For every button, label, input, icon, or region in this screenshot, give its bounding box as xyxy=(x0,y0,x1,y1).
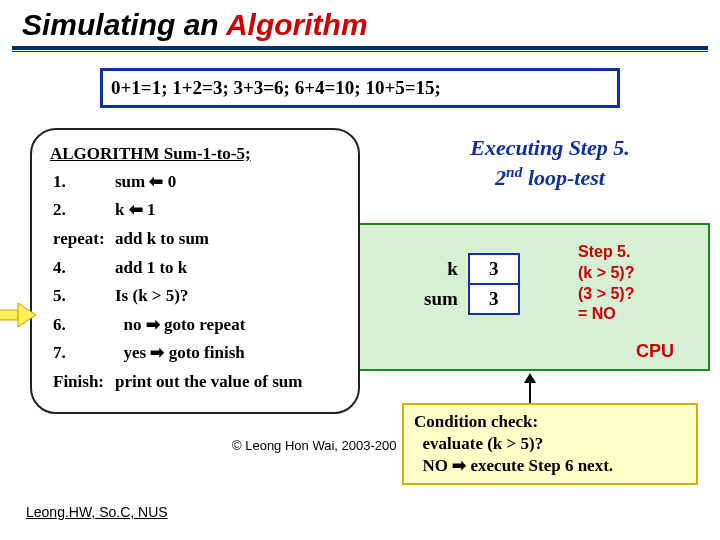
algo-step-text: no ➡ goto repeat xyxy=(114,312,303,339)
copyright-text: © Leong Hon Wai, 2003-200 xyxy=(232,438,396,453)
current-step-pointer-icon xyxy=(0,303,38,327)
cond-l2: evaluate (k > 5)? xyxy=(414,434,543,453)
var-sum-value: 3 xyxy=(469,284,519,314)
step5-l3: (3 > 5)? xyxy=(578,285,634,302)
cpu-label: CPU xyxy=(636,341,674,362)
exec-line2b: nd xyxy=(506,163,522,180)
algo-header: ALGORITHM Sum-1-to-5; xyxy=(50,142,340,167)
variable-table: k 3 sum 3 xyxy=(423,253,520,315)
algo-step-num: 2. xyxy=(52,197,112,224)
algo-step-num: 6. xyxy=(52,312,112,339)
svg-rect-0 xyxy=(0,310,18,320)
algo-step-text: print out the value of sum xyxy=(114,369,303,396)
algorithm-card: ALGORITHM Sum-1-to-5; 1.sum ⬅ 0 2.k ⬅ 1 … xyxy=(30,128,360,414)
algo-step-text: k ⬅ 1 xyxy=(114,197,303,224)
title-text-1: Simulating an xyxy=(22,8,226,41)
algo-step-text: yes ➡ goto finish xyxy=(114,340,303,367)
slide-title: Simulating an Algorithm xyxy=(0,0,720,46)
var-sum-label: sum xyxy=(423,284,469,314)
title-underline xyxy=(12,46,708,52)
exec-line2a: 2 xyxy=(495,165,506,190)
step5-l1: Step 5. xyxy=(578,243,630,260)
algo-step-num: 4. xyxy=(52,255,112,282)
algo-step-num: Finish: xyxy=(52,369,112,396)
algo-step-text: Is (k > 5)? xyxy=(114,283,303,310)
step5-annotation: Step 5. (k > 5)? (3 > 5)? = NO xyxy=(578,242,634,325)
equation-text: 0+1=1; 1+2=3; 3+3=6; 6+4=10; 10+5=15; xyxy=(111,77,441,98)
var-k-label: k xyxy=(423,254,469,284)
algo-step-num: 7. xyxy=(52,340,112,367)
algo-step-text: add k to sum xyxy=(114,226,303,253)
step5-l4: = NO xyxy=(578,305,616,322)
var-k-value: 3 xyxy=(469,254,519,284)
title-text-2: Algorithm xyxy=(226,8,368,41)
footer-text: Leong.HW, So.C, NUS xyxy=(26,504,168,520)
exec-heading: Executing Step 5. 2nd loop-test xyxy=(420,134,680,191)
condition-callout: Condition check: evaluate (k > 5)? NO ➡ … xyxy=(402,403,698,485)
algo-step-num: 1. xyxy=(52,169,112,196)
algo-steps: 1.sum ⬅ 0 2.k ⬅ 1 repeat:add k to sum 4.… xyxy=(50,167,305,398)
svg-marker-3 xyxy=(524,373,536,383)
exec-line1: Executing Step 5. xyxy=(470,135,630,160)
algo-step-text: sum ⬅ 0 xyxy=(114,169,303,196)
algo-step-num: repeat: xyxy=(52,226,112,253)
algo-step-text: add 1 to k xyxy=(114,255,303,282)
up-arrow-icon xyxy=(520,373,540,405)
equation-box: 0+1=1; 1+2=3; 3+3=6; 6+4=10; 10+5=15; xyxy=(100,68,620,108)
cond-l1: Condition check: xyxy=(414,412,538,431)
cond-l3: NO ➡ execute Step 6 next. xyxy=(414,456,613,475)
exec-line2c: loop-test xyxy=(522,165,605,190)
svg-marker-1 xyxy=(18,303,36,327)
algo-step-num: 5. xyxy=(52,283,112,310)
step5-l2: (k > 5)? xyxy=(578,264,634,281)
